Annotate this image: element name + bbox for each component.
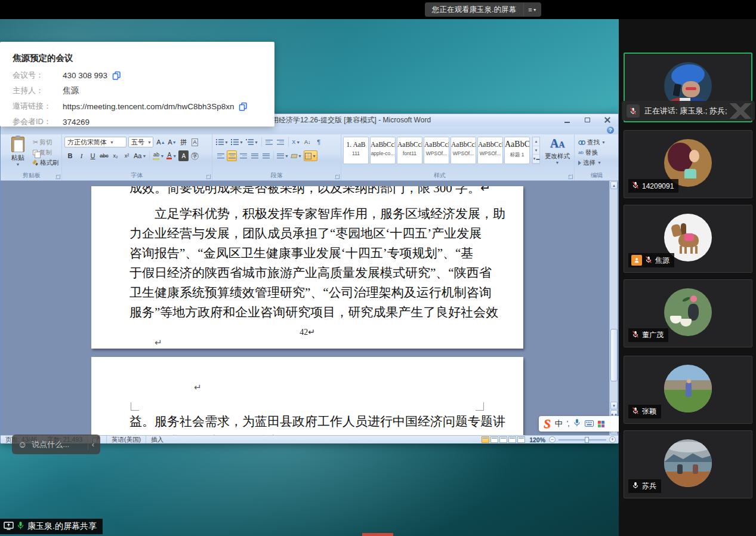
document-page-43[interactable]: ↵ 益。服务社会需求，为蓝田县政府工作人员进行中国经济问题专题讲 座，提升了学科… (91, 357, 523, 435)
sogou-logo-icon[interactable]: S (544, 417, 551, 430)
numbering-button[interactable]: ▼ (230, 137, 244, 147)
shrink-font-button[interactable]: A▼ (167, 137, 177, 147)
print-layout-view-button[interactable] (482, 436, 489, 443)
align-center-button[interactable] (227, 150, 237, 161)
gallery-more-icon[interactable]: ▼▬ (533, 155, 539, 164)
superscript-button[interactable]: x² (122, 150, 132, 161)
style-item[interactable]: AaBbCcDfont11 (397, 137, 422, 164)
insert-mode[interactable]: 插入 (146, 436, 168, 443)
font-dialog-launcher[interactable] (206, 174, 211, 179)
font-size-select[interactable]: 五号▼ (128, 137, 153, 147)
participant-tile[interactable]: 14209091 (624, 130, 752, 198)
document-area[interactable]: 成效。简要说明成果是否被采纳，以及采纳的部门，限 300 字。↵ 立足学科优势，… (1, 181, 618, 435)
scroll-up-icon[interactable]: ▲ (610, 181, 618, 189)
clipboard-dialog-launcher[interactable] (55, 174, 60, 179)
scrollbar-thumb[interactable] (610, 329, 618, 381)
copy-meeting-no-button[interactable] (112, 71, 121, 80)
multilevel-list-button[interactable]: ▼ (245, 137, 259, 147)
zoom-slider[interactable] (558, 439, 606, 440)
character-border-button[interactable]: A (190, 137, 200, 147)
participant-tile[interactable]: 董广茂 (624, 279, 752, 347)
font-color-button[interactable]: A▼ (166, 150, 177, 161)
language-indicator[interactable]: 英语(美国) (107, 436, 146, 443)
ime-voice-icon[interactable] (573, 418, 581, 429)
ime-mode-toggle[interactable]: 中 (555, 418, 563, 429)
bold-button[interactable]: B (65, 150, 75, 161)
styles-dialog-launcher[interactable] (568, 174, 573, 179)
increase-indent-button[interactable] (276, 137, 286, 147)
invite-link-value[interactable]: https://meeting.tencent.com/dm/hwC8bh3Sp… (63, 102, 234, 111)
scroll-down-icon[interactable]: ▼ (610, 402, 618, 409)
style-item[interactable]: AaBbC标题 1 (504, 137, 530, 164)
distribute-button[interactable] (261, 150, 271, 161)
format-painter-button[interactable]: 格式刷 (33, 158, 61, 168)
participant-tile[interactable]: 张颖 (624, 356, 752, 424)
chat-quick-bar[interactable]: ☺ 说点什么... ‹ (12, 435, 100, 454)
web-layout-view-button[interactable] (499, 436, 507, 443)
watch-options-menu-icon[interactable]: ≡▼ (523, 2, 541, 17)
sort-button[interactable]: A↓ (303, 137, 313, 147)
align-right-button[interactable] (238, 150, 248, 161)
subscript-button[interactable]: x₂ (110, 150, 121, 161)
align-left-button[interactable] (215, 150, 226, 161)
enclose-characters-button[interactable]: 字 (190, 150, 200, 161)
restore-button[interactable] (580, 115, 594, 125)
style-item[interactable]: AaBbCcIapple-co... (370, 137, 396, 164)
participant-tile[interactable]: 焦源 (624, 205, 752, 273)
sogou-ime-toolbar: S 中 ’, (539, 416, 619, 432)
emoji-icon[interactable]: ☺ (12, 439, 32, 449)
zoom-out-button[interactable]: − (549, 436, 556, 443)
style-item[interactable]: AaBbCcDeWPSOf... (424, 137, 449, 164)
change-styles-button[interactable]: AA 更改样式 ▼ (542, 136, 573, 172)
style-gallery-scroll[interactable]: ▲ ▼ ▼▬ (532, 137, 540, 164)
strikethrough-button[interactable]: abc (99, 150, 109, 161)
pinyin-guide-button[interactable]: 拼 (178, 137, 189, 147)
collapse-chevron-icon[interactable]: ‹ (92, 440, 100, 449)
zoom-slider-thumb[interactable] (585, 437, 589, 443)
margin-crop-mark (476, 402, 484, 411)
help-icon[interactable]: ? (607, 127, 614, 134)
borders-button[interactable]: ▼ (304, 150, 317, 161)
find-button[interactable]: 查找▼ (575, 137, 619, 147)
line-spacing-button[interactable]: ▼ (276, 150, 289, 161)
character-shading-button[interactable]: A (178, 150, 189, 161)
zoom-level[interactable]: 120% (529, 436, 545, 443)
bullets-button[interactable]: ▼ (215, 137, 229, 147)
select-button[interactable]: 选择▼ (575, 158, 619, 168)
ime-keyboard-icon[interactable] (585, 418, 594, 429)
replace-button[interactable]: ab 替换 (575, 147, 619, 158)
ime-punctuation-toggle[interactable]: ’, (567, 420, 569, 428)
document-page-42[interactable]: 成效。简要说明成果是否被采纳，以及采纳的部门，限 300 字。↵ 立足学科优势，… (91, 186, 523, 349)
gallery-up-icon[interactable]: ▲ (533, 137, 539, 146)
copy-link-button[interactable] (239, 102, 248, 111)
chat-input[interactable]: 说点什么... (32, 439, 84, 450)
style-item[interactable]: AaBbCcDeWPSOf... (450, 137, 476, 164)
participant-tile[interactable]: 苏兵 (624, 430, 752, 498)
ime-toolbox-icon[interactable] (598, 421, 604, 427)
decrease-indent-button[interactable] (264, 137, 274, 147)
style-item[interactable]: AaBbCcDeWPSOf... (477, 137, 503, 164)
close-button[interactable] (600, 115, 615, 125)
minimize-button[interactable] (560, 115, 574, 125)
highlight-color-button[interactable]: ab▼ (152, 150, 165, 161)
underline-button[interactable]: U (88, 150, 98, 161)
vertical-scrollbar[interactable]: ▲ ▼ ▲▲ ● ▼▼ (609, 181, 618, 435)
style-item[interactable]: 1. AaB111 (343, 137, 369, 164)
paragraph-dialog-launcher[interactable] (335, 174, 340, 179)
font-name-select[interactable]: 方正仿宋简体▼ (64, 137, 126, 147)
outline-view-button[interactable] (508, 436, 516, 443)
grow-font-button[interactable]: A▲ (156, 137, 166, 147)
gallery-down-icon[interactable]: ▼ (533, 146, 539, 155)
change-case-button[interactable]: Aa▼ (133, 150, 147, 161)
asian-layout-button[interactable]: X▼ (291, 137, 301, 147)
copy-button[interactable]: 复制 (33, 147, 61, 158)
shading-button[interactable]: ▼ (291, 150, 303, 161)
italic-button[interactable]: I (76, 150, 87, 161)
justify-button[interactable] (249, 150, 260, 161)
fullscreen-reading-view-button[interactable] (490, 436, 498, 443)
zoom-in-button[interactable]: + (609, 436, 616, 443)
cut-button[interactable]: ✂剪切 (33, 137, 61, 147)
show-marks-button[interactable]: ¶ (314, 137, 324, 147)
draft-view-button[interactable] (517, 436, 525, 443)
paste-button[interactable]: 粘贴 ▼ (5, 137, 31, 172)
